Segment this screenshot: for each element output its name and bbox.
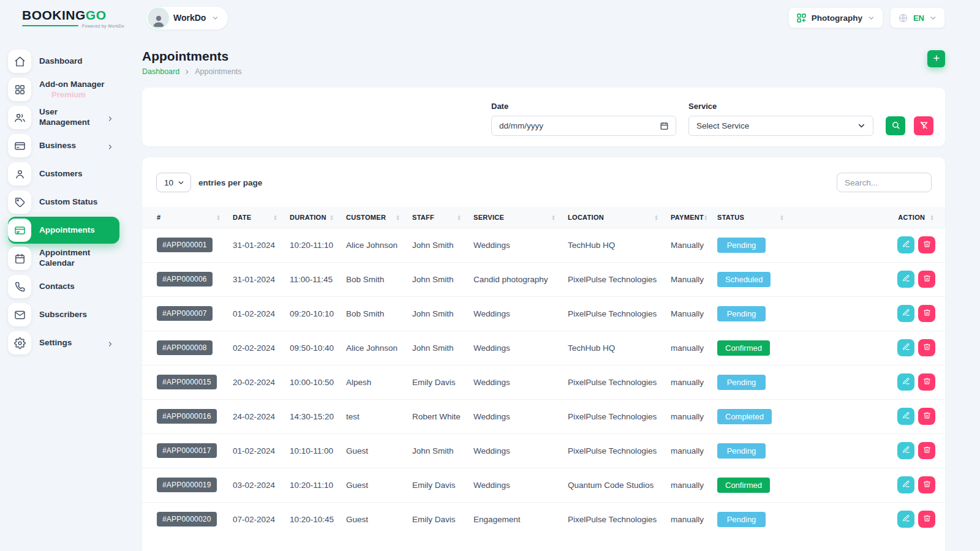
delete-button[interactable] xyxy=(918,442,935,459)
sidebar-item-appointment-calendar[interactable]: Appointment Calendar xyxy=(8,245,119,272)
cell-staff: John Smith xyxy=(406,331,467,365)
sidebar-item-subscribers[interactable]: Subscribers xyxy=(8,301,119,328)
add-appointment-button[interactable] xyxy=(927,50,945,67)
workspace-switcher[interactable]: WorkDo xyxy=(146,6,228,30)
appointment-id-badge: #APP000001 xyxy=(157,238,213,252)
table-search-input[interactable] xyxy=(837,173,932,192)
workspace-label: WorkDo xyxy=(173,13,206,23)
sidebar-item-label: Appointments xyxy=(39,225,95,236)
edit-button[interactable] xyxy=(897,373,914,391)
language-label: EN xyxy=(913,13,924,23)
breadcrumb-dashboard-link[interactable]: Dashboard xyxy=(142,67,179,76)
table-row: #APP000001624-02-202414:30-15:20testRobe… xyxy=(142,399,945,433)
cell-duration: 10:10-11:00 xyxy=(284,433,340,468)
sort-icon: ▲▼ xyxy=(930,214,934,220)
cell-duration: 09:20-10:10 xyxy=(284,296,340,331)
delete-button[interactable] xyxy=(918,373,935,391)
topbar: BOOKINGGO Powered by WorkDo WorkDo Photo… xyxy=(0,0,980,36)
filter-off-icon xyxy=(919,121,929,132)
sidebar-item-contacts[interactable]: Contacts xyxy=(8,273,119,300)
chevron-right-icon xyxy=(107,142,114,149)
status-badge: Pending xyxy=(717,375,766,390)
cell-location: TechHub HQ xyxy=(562,228,665,262)
date-input[interactable] xyxy=(499,121,668,130)
column-header-action[interactable]: ACTION▲▼ xyxy=(790,207,945,228)
status-badge: Confirmed xyxy=(717,340,770,356)
sidebar-item-customers[interactable]: Customers xyxy=(8,160,119,187)
sidebar-item-business[interactable]: Business xyxy=(8,132,119,159)
sidebar-item-settings[interactable]: Settings xyxy=(8,329,119,356)
delete-button[interactable] xyxy=(918,476,935,493)
column-header-staff[interactable]: STAFF▲▼ xyxy=(406,207,467,228)
cell-payment: manually xyxy=(665,331,711,365)
delete-button[interactable] xyxy=(918,236,935,253)
sidebar-item-add-on-manager[interactable]: Add-on ManagerPremium xyxy=(8,76,119,103)
calendar-icon xyxy=(660,121,669,130)
edit-button[interactable] xyxy=(897,408,914,425)
column-header-date[interactable]: DATE▲▼ xyxy=(227,207,284,228)
language-switcher[interactable]: EN xyxy=(890,7,945,28)
entries-per-page-select[interactable]: 10 xyxy=(156,173,191,192)
cell-service: Weddings xyxy=(467,331,562,365)
edit-button[interactable] xyxy=(897,442,914,459)
service-select-value: Select Service xyxy=(696,121,749,130)
edit-button[interactable] xyxy=(897,271,914,288)
edit-button[interactable] xyxy=(897,305,914,322)
service-select[interactable]: Select Service xyxy=(688,116,873,136)
delete-button[interactable] xyxy=(918,339,935,356)
sidebar-item-appointments[interactable]: Appointments xyxy=(8,217,119,244)
cell-date: 20-02-2024 xyxy=(227,365,284,399)
delete-button[interactable] xyxy=(918,305,935,322)
column-header-customer[interactable]: CUSTOMER▲▼ xyxy=(340,207,406,228)
home-icon xyxy=(8,50,31,73)
trash-icon xyxy=(923,240,931,250)
delete-button[interactable] xyxy=(918,408,935,425)
plus-icon xyxy=(932,54,941,64)
sidebar-item-label: Business xyxy=(39,141,76,151)
sidebar-item-custom-status[interactable]: Custom Status xyxy=(8,189,119,216)
cell-payment: manually xyxy=(665,399,711,433)
cell-duration: 11:00-11:45 xyxy=(284,262,340,296)
sidebar-item-dashboard[interactable]: Dashboard xyxy=(8,48,119,75)
cell-customer: Guest xyxy=(340,502,406,536)
cell-date: 01-02-2024 xyxy=(227,433,284,468)
cell-duration: 14:30-15:20 xyxy=(284,399,340,433)
trash-icon xyxy=(923,309,931,318)
cell-service: Candid photography xyxy=(467,262,562,296)
cell-location: PixelPulse Technologies xyxy=(562,399,665,433)
edit-button[interactable] xyxy=(897,339,914,356)
edit-button[interactable] xyxy=(897,476,914,493)
edit-button[interactable] xyxy=(897,511,914,528)
grid-icon xyxy=(8,78,31,101)
sidebar-item-label: Add-on Manager xyxy=(39,80,105,90)
user-icon xyxy=(8,162,31,186)
sidebar-item-label: Custom Status xyxy=(39,197,97,208)
column-header-duration[interactable]: DURATION▲▼ xyxy=(284,207,340,228)
appointment-id-badge: #APP000008 xyxy=(157,340,213,355)
brand-logo[interactable]: BOOKINGGO Powered by WorkDo xyxy=(22,8,124,28)
entries-per-page-value: 10 xyxy=(164,178,173,187)
grid-plus-icon xyxy=(796,13,807,23)
column-header-service[interactable]: SERVICE▲▼ xyxy=(467,207,562,228)
sort-icon: ▲▼ xyxy=(780,214,784,220)
sidebar-item-label: Customers xyxy=(39,169,83,179)
delete-button[interactable] xyxy=(918,271,935,288)
sidebar-item-user-management[interactable]: User Management xyxy=(8,104,119,131)
table-row: #APP000001903-02-202410:20-11:10GuestEmi… xyxy=(142,468,945,502)
edit-button[interactable] xyxy=(897,236,914,253)
delete-button[interactable] xyxy=(918,511,935,528)
column-header-status[interactable]: STATUS▲▼ xyxy=(711,207,790,228)
edit-icon xyxy=(902,377,910,387)
filter-reset-button[interactable] xyxy=(914,116,933,135)
date-filter-input[interactable] xyxy=(491,116,676,136)
sidebar-item-label: Appointment Calendar xyxy=(39,248,114,269)
cell-service: Weddings xyxy=(467,399,562,433)
module-switcher[interactable]: Photography xyxy=(788,7,883,28)
column-header-location[interactable]: LOCATION▲▼ xyxy=(562,207,665,228)
filter-search-button[interactable] xyxy=(886,116,905,135)
edit-icon xyxy=(902,411,910,421)
gear-icon xyxy=(8,331,31,354)
status-badge: Pending xyxy=(717,238,766,253)
column-header-payment[interactable]: PAYMENT▲▼ xyxy=(665,207,711,228)
column-header-id[interactable]: #▲▼ xyxy=(142,207,227,228)
